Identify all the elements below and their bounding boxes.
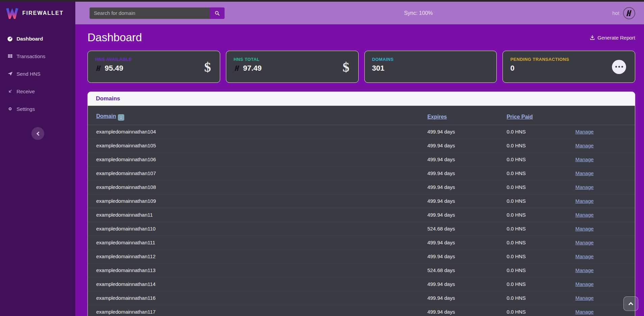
manage-link[interactable]: Manage <box>575 156 594 162</box>
stat-value: 97.49 <box>243 64 262 73</box>
sidebar-item-label: Settings <box>17 106 35 112</box>
brand[interactable]: FIREWALLET <box>0 2 75 24</box>
page-head: Dashboard Generate Report <box>87 31 635 44</box>
firewallet-logo-icon <box>6 7 18 19</box>
stat-card-pending-transactions: PENDING TRANSACTIONS 0 <box>503 51 635 83</box>
table-row: exampledomainnathan114 499.94 days 0.0 H… <box>88 277 635 291</box>
expires-cell: 499.94 days <box>427 305 507 316</box>
table-row: exampledomainnathan109 499.94 days 0.0 H… <box>88 194 635 208</box>
manage-cell: Manage <box>575 152 635 166</box>
expires-cell: 499.94 days <box>427 166 507 180</box>
domain-cell: exampledomainnathan11 <box>88 208 427 222</box>
manage-cell: Manage <box>575 194 635 208</box>
domain-cell: exampledomainnathan112 <box>88 249 427 263</box>
chevron-up-icon <box>628 302 633 307</box>
stat-value: 95.49 <box>105 64 123 73</box>
price-cell: 0.0 HNS <box>507 180 575 194</box>
stat-label: HNS AVAILABLE <box>95 57 212 62</box>
table-row: exampledomainnathan110 524.68 days 0.0 H… <box>88 222 635 236</box>
manage-link[interactable]: Manage <box>575 226 594 232</box>
sort-down-icon: ↓ <box>118 114 124 121</box>
stat-card-domains: DOMAINS 301 <box>364 51 497 83</box>
price-cell: 0.0 HNS <box>507 139 575 152</box>
domain-search <box>89 7 225 19</box>
domain-cell: exampledomainnathan109 <box>88 194 427 208</box>
wallet-selector[interactable]: hot <box>612 7 635 19</box>
stat-card-hns-available: HNS AVAILABLE 95.49 $ <box>87 51 220 83</box>
price-cell: 0.0 HNS <box>507 263 575 277</box>
stat-card-hns-total: HNS TOTAL 97.49 $ <box>226 51 359 83</box>
window-top-strip <box>0 0 644 2</box>
sidebar-item-dashboard[interactable]: Dashboard <box>0 30 75 47</box>
dashboard-icon <box>7 35 13 42</box>
search-icon <box>214 10 220 16</box>
stat-cards: HNS AVAILABLE 95.49 $ HNS TOTAL 97.49 $ … <box>87 51 635 83</box>
search-button[interactable] <box>210 7 225 19</box>
scroll-to-top-button[interactable] <box>623 296 638 311</box>
manage-link[interactable]: Manage <box>575 240 594 245</box>
manage-link[interactable]: Manage <box>575 267 594 273</box>
sidebar-item-label: Receive <box>17 89 35 94</box>
expires-cell: 524.68 days <box>427 263 507 277</box>
manage-link[interactable]: Manage <box>575 129 594 135</box>
domain-cell: exampledomainnathan111 <box>88 236 427 249</box>
manage-cell: Manage <box>575 125 635 139</box>
search-input[interactable] <box>89 7 210 19</box>
main-content: Dashboard Generate Report HNS AVAILABLE … <box>75 24 644 316</box>
domains-panel: Domains Domain↓ Expires Price Paid <box>87 92 635 316</box>
manage-link[interactable]: Manage <box>575 198 594 204</box>
generate-report-button[interactable]: Generate Report <box>590 35 635 41</box>
generate-report-label: Generate Report <box>597 35 635 41</box>
expires-cell: 499.94 days <box>427 139 507 152</box>
manage-cell: Manage <box>575 277 635 291</box>
table-row: exampledomainnathan105 499.94 days 0.0 H… <box>88 139 635 152</box>
column-header-price-paid[interactable]: Price Paid <box>507 106 575 125</box>
domain-cell: exampledomainnathan117 <box>88 305 427 316</box>
table-row: exampledomainnathan108 499.94 days 0.0 H… <box>88 180 635 194</box>
sidebar-collapse-button[interactable] <box>31 127 44 140</box>
column-header-domain[interactable]: Domain↓ <box>88 106 427 125</box>
manage-cell: Manage <box>575 236 635 249</box>
settings-icon <box>7 106 13 112</box>
table-header-row: Domain↓ Expires Price Paid <box>88 106 635 125</box>
price-cell: 0.0 HNS <box>507 194 575 208</box>
stat-value-row: 301 <box>372 64 489 73</box>
sync-status: Sync: 100% <box>225 10 612 16</box>
expires-cell: 499.94 days <box>427 208 507 222</box>
domain-cell: exampledomainnathan110 <box>88 222 427 236</box>
stat-label: HNS TOTAL <box>234 57 351 62</box>
stat-value-row: 97.49 <box>234 64 351 73</box>
receive-icon <box>7 88 13 95</box>
manage-link[interactable]: Manage <box>575 295 594 301</box>
manage-link[interactable]: Manage <box>575 170 594 176</box>
manage-link[interactable]: Manage <box>575 184 594 190</box>
stat-value-row: 0 <box>510 64 627 73</box>
price-cell: 0.0 HNS <box>507 305 575 316</box>
manage-link[interactable]: Manage <box>575 143 594 148</box>
domain-cell: exampledomainnathan106 <box>88 152 427 166</box>
price-cell: 0.0 HNS <box>507 249 575 263</box>
expires-cell: 499.94 days <box>427 277 507 291</box>
price-cell: 0.0 HNS <box>507 208 575 222</box>
expires-cell: 499.94 days <box>427 236 507 249</box>
table-row: exampledomainnathan113 524.68 days 0.0 H… <box>88 263 635 277</box>
sidebar-item-transactions[interactable]: Transactions <box>0 47 75 65</box>
expires-cell: 499.94 days <box>427 152 507 166</box>
price-cell: 0.0 HNS <box>507 291 575 305</box>
sidebar-item-receive[interactable]: Receive <box>0 82 75 100</box>
column-header-expires[interactable]: Expires <box>427 106 507 125</box>
price-cell: 0.0 HNS <box>507 277 575 291</box>
manage-link[interactable]: Manage <box>575 309 594 315</box>
manage-cell: Manage <box>575 139 635 152</box>
sidebar-item-settings[interactable]: Settings <box>0 100 75 118</box>
sidebar-item-label: Send HNS <box>17 71 41 77</box>
sidebar-item-label: Transactions <box>17 53 45 59</box>
dollar-icon: $ <box>204 59 211 75</box>
download-icon <box>590 35 595 40</box>
manage-link[interactable]: Manage <box>575 212 594 218</box>
expires-cell: 499.94 days <box>427 194 507 208</box>
sidebar-item-send-hns[interactable]: Send HNS <box>0 65 75 82</box>
manage-link[interactable]: Manage <box>575 281 594 287</box>
ellipsis-icon[interactable] <box>612 60 626 74</box>
manage-link[interactable]: Manage <box>575 253 594 259</box>
